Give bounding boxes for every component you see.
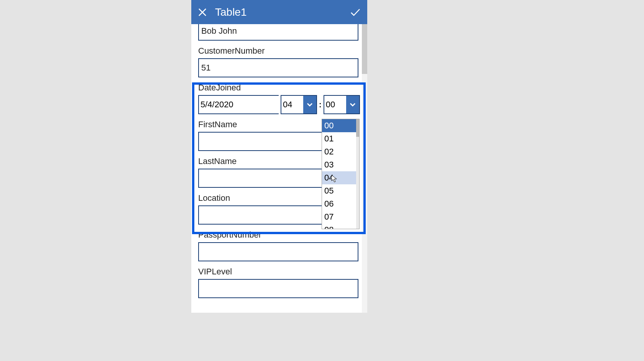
passport-number-input[interactable]	[198, 242, 358, 261]
chevron-down-icon[interactable]	[303, 96, 316, 113]
dropdown-scrollbar-thumb[interactable]	[356, 119, 359, 137]
vip-level-label: VIPLevel	[198, 267, 360, 277]
dropdown-option[interactable]: 07	[322, 210, 359, 223]
dropdown-scrollbar[interactable]	[356, 119, 359, 229]
dropdown-option[interactable]: 05	[322, 184, 359, 197]
dropdown-option[interactable]: 04	[322, 171, 359, 184]
dropdown-option[interactable]: 06	[322, 197, 359, 210]
dropdown-option[interactable]: 01	[322, 132, 359, 145]
field-date-joined: DateJoined 04 : 00	[198, 83, 360, 114]
dropdown-option[interactable]: 03	[322, 158, 359, 171]
minute-value: 00	[324, 96, 346, 113]
name-input[interactable]	[198, 24, 358, 41]
chevron-down-icon[interactable]	[346, 96, 359, 113]
field-passport-number: PassportNumber	[198, 230, 360, 261]
submit-check-icon[interactable]	[349, 6, 362, 19]
field-vip-level: VIPLevel	[198, 267, 360, 298]
page-title: Table1	[215, 6, 349, 18]
header-bar: Table1	[191, 0, 367, 24]
dropdown-option[interactable]: 00	[322, 119, 359, 132]
dropdown-option[interactable]: 02	[322, 145, 359, 158]
customer-number-input[interactable]	[198, 58, 358, 77]
minute-dropdown-list[interactable]: 00 01 02 03 04 05 06 07 08	[322, 119, 360, 229]
minute-dropdown[interactable]: 00	[324, 95, 360, 114]
time-separator: :	[319, 100, 322, 109]
passport-number-label: PassportNumber	[198, 230, 360, 240]
close-icon[interactable]	[197, 7, 208, 18]
date-input-wrap	[198, 95, 279, 114]
vip-level-input[interactable]	[198, 279, 358, 298]
field-customer-number: CustomerNumber	[198, 46, 360, 77]
hour-value: 04	[281, 96, 303, 113]
scrollbar-track[interactable]	[362, 24, 367, 313]
scrollbar-thumb[interactable]	[362, 24, 367, 74]
hour-dropdown[interactable]: 04	[281, 95, 317, 114]
date-joined-label: DateJoined	[198, 83, 360, 93]
field-name	[198, 24, 360, 41]
dropdown-option[interactable]: 08	[322, 223, 359, 229]
customer-number-label: CustomerNumber	[198, 46, 360, 56]
